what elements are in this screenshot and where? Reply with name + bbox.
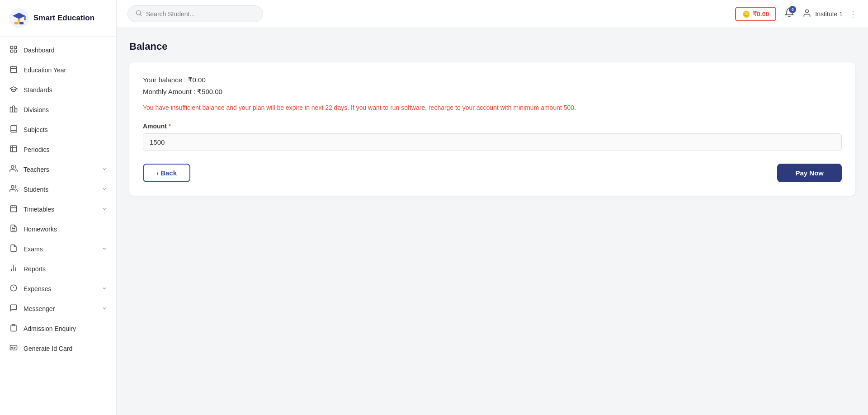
svg-point-38: [12, 347, 13, 349]
sidebar-item-teachers[interactable]: Teachers: [0, 160, 116, 179]
sidebar-item-periodics[interactable]: Periodics: [0, 140, 116, 160]
svg-rect-8: [10, 46, 13, 48]
svg-line-40: [140, 14, 142, 16]
sidebar-item-expenses[interactable]: Expenses: [0, 279, 116, 299]
education-year-icon: [9, 65, 18, 75]
chevron-timetables-icon: [102, 206, 107, 213]
homeworks-icon: [9, 224, 18, 234]
sidebar-label-students: Students: [24, 186, 48, 193]
sidebar-label-teachers: Teachers: [24, 166, 49, 173]
admission-enquiry-icon: [9, 324, 18, 334]
balance-button[interactable]: 🪙 ₹0.00: [735, 7, 776, 21]
chevron-messenger-icon: [102, 306, 107, 312]
pay-now-button[interactable]: Pay Now: [777, 164, 842, 182]
sidebar-item-homeworks[interactable]: Homeworks: [0, 219, 116, 239]
warning-message: You have insufficient balance and your p…: [143, 103, 842, 113]
topbar: 🪙 ₹0.00 0 Ins: [117, 0, 868, 28]
amount-input[interactable]: [143, 133, 842, 151]
balance-value: ₹0.00: [188, 76, 206, 84]
sidebar-nav: DashboardEducation YearStandardsDivision…: [0, 37, 116, 362]
page-title: Balance: [129, 41, 855, 52]
teachers-icon: [9, 165, 18, 174]
svg-point-41: [806, 10, 809, 13]
notification-badge: 0: [789, 6, 796, 13]
chevron-exams-icon: [102, 246, 107, 253]
sidebar-item-divisions[interactable]: Divisions: [0, 100, 116, 120]
sidebar-item-generate-id-card[interactable]: Generate Id Card: [0, 339, 116, 358]
sidebar: Smart Education DashboardEducation YearS…: [0, 0, 117, 415]
user-info[interactable]: Institute 1: [802, 9, 843, 19]
sidebar-item-messenger[interactable]: Messenger: [0, 299, 116, 319]
chevron-teachers-icon: [102, 166, 107, 173]
sidebar-item-admission-enquiry[interactable]: Admission Enquiry: [0, 319, 116, 339]
back-button[interactable]: ‹ Back: [143, 164, 190, 182]
sidebar-label-subjects: Subjects: [24, 126, 48, 133]
sidebar-label-exams: Exams: [24, 245, 43, 253]
notification-button[interactable]: 0: [783, 6, 796, 22]
svg-rect-6: [19, 22, 24, 24]
rupee-icon: 🪙: [742, 10, 750, 18]
balance-label: Your balance :: [143, 76, 186, 84]
svg-rect-24: [10, 206, 17, 212]
sidebar-item-standards[interactable]: Standards: [0, 80, 116, 100]
user-avatar-icon: [802, 9, 811, 19]
sidebar-item-timetables[interactable]: Timetables: [0, 199, 116, 219]
sidebar-label-admission-enquiry: Admission Enquiry: [24, 325, 76, 332]
sidebar-label-timetables: Timetables: [24, 206, 54, 213]
svg-rect-9: [14, 46, 17, 48]
main-content: Balance Your balance : ₹0.00 Monthly Amo…: [117, 28, 868, 415]
sidebar-label-education-year: Education Year: [24, 66, 66, 74]
sidebar-item-education-year[interactable]: Education Year: [0, 60, 116, 80]
balance-amount: ₹0.00: [753, 10, 769, 18]
sidebar-label-dashboard: Dashboard: [24, 47, 55, 54]
monthly-value: ₹500.00: [197, 88, 222, 95]
sidebar-label-homeworks: Homeworks: [24, 226, 57, 233]
svg-rect-19: [10, 146, 17, 152]
sidebar-item-students[interactable]: Students: [0, 179, 116, 199]
svg-rect-11: [14, 50, 17, 52]
sidebar-label-expenses: Expenses: [24, 285, 51, 292]
search-box[interactable]: [127, 5, 263, 22]
search-input[interactable]: [146, 10, 255, 18]
svg-rect-12: [10, 66, 17, 73]
sidebar-item-exams[interactable]: Exams: [0, 239, 116, 259]
generate-id-card-icon: [9, 344, 18, 354]
dashboard-icon: [9, 45, 18, 55]
sidebar-label-standards: Standards: [24, 86, 52, 94]
sidebar-item-reports[interactable]: Reports: [0, 259, 116, 279]
app-title: Smart Education: [33, 14, 94, 23]
user-name: Institute 1: [815, 10, 843, 18]
balance-card: Your balance : ₹0.00 Monthly Amount : ₹5…: [129, 62, 855, 196]
svg-point-22: [11, 165, 14, 168]
svg-rect-17: [13, 106, 15, 112]
sidebar-label-messenger: Messenger: [24, 305, 55, 312]
sidebar-logo: Smart Education: [0, 0, 116, 37]
monthly-label: Monthly Amount :: [143, 88, 195, 95]
sidebar-label-reports: Reports: [24, 265, 46, 273]
svg-rect-18: [15, 108, 17, 112]
students-icon: [9, 184, 18, 194]
expenses-icon: [9, 284, 18, 294]
messenger-icon: [9, 304, 18, 314]
more-options-icon[interactable]: ⋮: [849, 9, 857, 19]
subjects-icon: [9, 125, 18, 135]
svg-rect-3: [24, 16, 26, 19]
sidebar-item-dashboard[interactable]: Dashboard: [0, 40, 116, 60]
app-logo-icon: [9, 8, 29, 28]
svg-rect-10: [10, 50, 13, 52]
svg-rect-7: [19, 21, 19, 25]
exams-icon: [9, 244, 18, 254]
timetables-icon: [9, 204, 18, 214]
svg-point-23: [11, 185, 14, 188]
sidebar-label-periodics: Periodics: [24, 146, 50, 153]
chevron-expenses-icon: [102, 286, 107, 292]
chevron-students-icon: [102, 186, 107, 193]
monthly-amount-row: Monthly Amount : ₹500.00: [143, 88, 842, 96]
topbar-right: 🪙 ₹0.00 0 Ins: [735, 6, 857, 22]
button-row: ‹ Back Pay Now: [143, 164, 842, 182]
periodics-icon: [9, 145, 18, 155]
amount-field-label: Amount *: [143, 123, 842, 130]
sidebar-item-subjects[interactable]: Subjects: [0, 120, 116, 140]
main-area: 🪙 ₹0.00 0 Ins: [117, 0, 868, 415]
reports-icon: [9, 264, 18, 274]
